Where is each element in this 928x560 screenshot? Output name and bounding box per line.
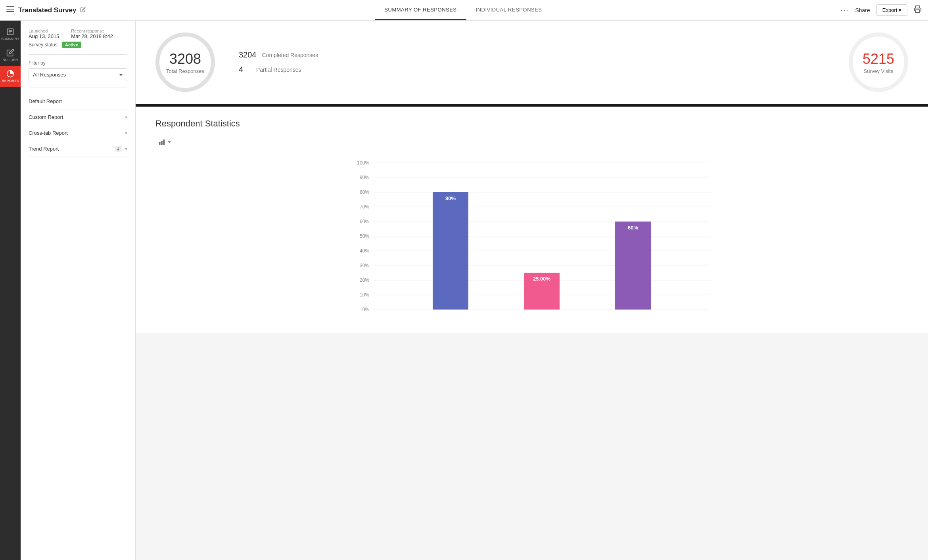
divider-2 <box>29 88 127 88</box>
svg-marker-12 <box>167 141 171 143</box>
report-custom-label: Custom Report <box>29 114 63 120</box>
svg-text:0%: 0% <box>362 307 370 312</box>
report-default[interactable]: Default Report <box>29 94 127 109</box>
total-number: 3208 <box>169 51 201 67</box>
svg-rect-9 <box>159 142 161 145</box>
nav-left: Translated Survey <box>6 5 86 15</box>
svg-text:90%: 90% <box>360 175 369 180</box>
visits-label: Survey Visits <box>864 68 893 74</box>
svg-text:20%: 20% <box>360 277 369 283</box>
svg-rect-11 <box>163 140 165 145</box>
svg-text:10%: 10% <box>360 292 369 298</box>
report-trend[interactable]: Trend Report 4 ▾ <box>29 141 127 157</box>
chart-type-button[interactable] <box>155 137 174 147</box>
launched-item: Launched Aug 13, 2015 <box>29 29 59 39</box>
svg-text:70%: 70% <box>360 204 369 210</box>
completed-count: 3204 <box>239 50 257 59</box>
launched-value: Aug 13, 2015 <box>29 33 59 39</box>
svg-rect-10 <box>161 141 163 145</box>
chart-title: Respondent Statistics <box>155 118 908 129</box>
stats-header: 3208 Total Responses 3204 Completed Resp… <box>136 21 928 104</box>
edit-icon[interactable] <box>80 7 86 13</box>
partial-row: 4 Partial Responses <box>239 65 318 74</box>
svg-text:50%: 50% <box>360 233 369 239</box>
top-nav: Translated Survey SUMMARY OF RESPONSES I… <box>0 0 928 21</box>
svg-text:40%: 40% <box>360 248 369 254</box>
filter-section: Filter by All Responses Completed Partia… <box>29 60 127 81</box>
chevron-crosstab-icon: ▾ <box>125 130 127 136</box>
report-trend-right: 4 ▾ <box>115 146 127 152</box>
icon-nav: SUMMARY BUILDER REPORTS <box>0 21 21 560</box>
more-icon[interactable]: ··· <box>840 6 849 14</box>
response-breakdown: 3204 Completed Responses 4 Partial Respo… <box>239 50 318 74</box>
nav-summary-label: SUMMARY <box>1 37 19 41</box>
report-custom[interactable]: Custom Report ▾ <box>29 109 127 125</box>
completed-label: Completed Responses <box>262 52 318 58</box>
nav-summary[interactable]: SUMMARY <box>0 24 21 45</box>
divider-1 <box>29 54 127 55</box>
report-default-label: Default Report <box>29 98 62 104</box>
print-icon[interactable] <box>914 5 922 15</box>
report-trend-badge: 4 <box>115 146 122 152</box>
chart-toolbar <box>155 137 908 147</box>
chevron-trend-icon: ▾ <box>125 146 127 152</box>
menu-icon[interactable] <box>6 5 14 15</box>
svg-rect-0 <box>6 6 14 7</box>
survey-title: Translated Survey <box>18 6 76 14</box>
svg-text:25.00%: 25.00% <box>533 276 551 282</box>
nav-reports[interactable]: REPORTS <box>0 66 21 87</box>
nav-right: ··· Share Export ▾ <box>840 4 922 16</box>
svg-text:30%: 30% <box>360 263 369 268</box>
recent-value: Mar 28, 2018 8:42 <box>71 33 113 39</box>
partial-count: 4 <box>239 65 251 74</box>
filter-label: Filter by <box>29 60 127 66</box>
main-layout: SUMMARY BUILDER REPORTS Launched Aug 13,… <box>0 21 928 560</box>
meta-dates: Launched Aug 13, 2015 Recent response Ma… <box>29 29 127 39</box>
nav-builder-label: BUILDER <box>2 58 18 62</box>
meta-section: Launched Aug 13, 2015 Recent response Ma… <box>29 29 127 48</box>
export-button[interactable]: Export ▾ <box>876 4 907 16</box>
report-trend-label: Trend Report <box>29 146 59 152</box>
report-crosstab[interactable]: Cross-tab Report ▾ <box>29 125 127 141</box>
svg-rect-3 <box>916 10 920 13</box>
filter-select[interactable]: All Responses Completed Partial <box>29 68 127 81</box>
total-label: Total Responses <box>166 68 204 74</box>
status-badge: Active <box>62 42 81 48</box>
main-content: 3208 Total Responses 3204 Completed Resp… <box>136 21 928 560</box>
svg-text:80%: 80% <box>360 189 369 195</box>
partial-label: Partial Responses <box>256 67 301 73</box>
tab-summary[interactable]: SUMMARY OF RESPONSES <box>375 0 466 20</box>
report-crosstab-label: Cross-tab Report <box>29 130 68 136</box>
recent-label: Recent response <box>71 29 113 33</box>
svg-text:60%: 60% <box>360 219 369 224</box>
recent-item: Recent response Mar 28, 2018 8:42 <box>71 29 113 39</box>
bar-blue <box>433 192 468 310</box>
launched-label: Launched <box>29 29 59 33</box>
chart-section: Respondent Statistics <box>136 107 928 333</box>
svg-rect-1 <box>6 9 14 10</box>
chart-svg: 100% 90% 80% 70% 60% 50% 40% 30% 20% 10%… <box>155 155 908 321</box>
nav-tabs: SUMMARY OF RESPONSES INDIVIDUAL RESPONSE… <box>86 0 840 20</box>
status-row: Survey status: Active <box>29 42 127 48</box>
share-button[interactable]: Share <box>855 7 870 13</box>
total-circle: 3208 Total Responses <box>155 32 215 92</box>
visits-number: 5215 <box>863 51 894 67</box>
nav-reports-label: REPORTS <box>2 79 19 83</box>
chevron-custom-icon: ▾ <box>125 115 127 120</box>
visits-circle: 5215 Survey Visits <box>849 32 908 92</box>
svg-rect-2 <box>6 11 14 12</box>
nav-builder[interactable]: BUILDER <box>0 45 21 66</box>
svg-text:100%: 100% <box>357 160 369 166</box>
left-panel: Launched Aug 13, 2015 Recent response Ma… <box>21 21 136 560</box>
svg-text:80%: 80% <box>445 195 456 201</box>
svg-text:60%: 60% <box>628 225 638 231</box>
status-text: Survey status: <box>29 42 59 48</box>
completed-row: 3204 Completed Responses <box>239 50 318 59</box>
tab-individual[interactable]: INDIVIDUAL RESPONSES <box>466 0 552 20</box>
chart-area: 100% 90% 80% 70% 60% 50% 40% 30% 20% 10%… <box>155 155 908 321</box>
bar-purple <box>615 222 651 310</box>
